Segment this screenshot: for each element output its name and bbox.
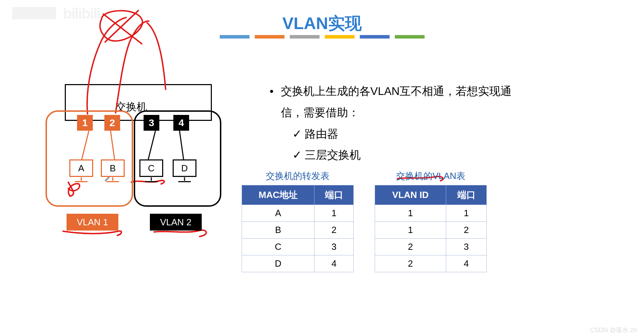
table-row: B2	[242, 222, 354, 239]
network-diagram: 交换机 1 2 3 4 A B C D VLAN 1 VLAN 2	[46, 84, 238, 242]
explanation-text: • 交换机上生成的各VLAN互不相通，若想实现通信，需要借助： ✓路由器 ✓三层…	[270, 81, 525, 166]
bullet-icon: •	[270, 81, 281, 123]
seg-yellow	[325, 35, 354, 39]
seg-grey	[290, 35, 319, 39]
watermark-box	[12, 7, 56, 19]
host-c: C	[139, 159, 163, 177]
bilibili-watermark: bilibili	[63, 5, 100, 22]
port-1: 1	[77, 115, 93, 131]
seg-blue	[220, 35, 249, 39]
main-text: 交换机上生成的各VLAN互不相通，若想实现通信，需要借助：	[281, 81, 525, 123]
item-router: 路由器	[305, 128, 338, 140]
table1-title: 交换机的转发表	[242, 170, 354, 182]
host-b: B	[101, 159, 125, 177]
table-row: D4	[242, 255, 354, 272]
tables-area: 交换机的转发表 MAC地址 端口 A1 B2 C3 D4 交换机的VLAN表 V…	[242, 170, 487, 272]
port-3: 3	[144, 115, 159, 131]
color-bar	[220, 35, 424, 39]
csdn-watermark: CSDN @落水 zh	[590, 326, 637, 334]
host-d: D	[173, 159, 196, 177]
table2-h1: VLAN ID	[375, 185, 446, 205]
item-l3switch: 三层交换机	[305, 149, 361, 161]
check-icon: ✓	[292, 144, 305, 166]
forwarding-table: 交换机的转发表 MAC地址 端口 A1 B2 C3 D4	[242, 170, 354, 272]
seg-darkblue	[360, 35, 389, 39]
table-row: 12	[375, 222, 487, 239]
table1-h1: MAC地址	[242, 185, 314, 205]
port-2: 2	[104, 115, 120, 131]
seg-orange	[255, 35, 284, 39]
vlan2-badge: VLAN 2	[150, 214, 202, 231]
vlan-table: 交换机的VLAN表 VLAN ID 端口 11 12 23 24	[375, 170, 487, 272]
table1-h2: 端口	[314, 185, 354, 205]
page-title: VLAN实现	[282, 12, 362, 35]
vlan1-badge: VLAN 1	[67, 214, 118, 231]
table2-title: 交换机的VLAN表	[375, 170, 487, 182]
table-row: C3	[242, 239, 354, 255]
table-row: 24	[375, 255, 487, 272]
table-row: 11	[375, 205, 487, 222]
seg-green	[395, 35, 424, 39]
port-4: 4	[173, 115, 189, 131]
host-a: A	[69, 159, 93, 177]
check-icon: ✓	[292, 123, 305, 145]
table2-h2: 端口	[446, 185, 487, 205]
table-row: A1	[242, 205, 354, 222]
table-row: 23	[375, 239, 487, 255]
